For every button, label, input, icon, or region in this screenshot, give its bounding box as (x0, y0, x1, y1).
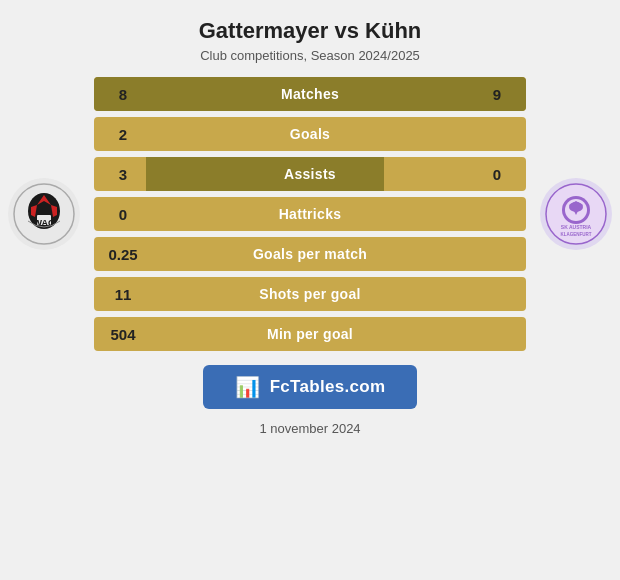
stats-column: 8Matches92Goals3Assists00Hattricks0.25Go… (88, 77, 532, 351)
stat-label-assists: Assists (146, 166, 474, 182)
stat-label-goals-per-match: Goals per match (146, 246, 474, 262)
right-team-logo: SK AUSTRIA KLAGENFURT (532, 178, 620, 250)
stat-right-assists: 0 (474, 166, 526, 183)
wac-logo-svg: WAC (13, 183, 75, 245)
stat-left-matches: 8 (94, 86, 146, 103)
date-label: 1 november 2024 (259, 421, 360, 436)
stat-row-shots-per-goal: 11Shots per goal (94, 277, 526, 311)
stat-label-min-per-goal: Min per goal (146, 326, 474, 342)
fctables-icon: 📊 (235, 375, 260, 399)
fctables-banner[interactable]: 📊 FcTables.com (203, 365, 418, 409)
stat-label-goals: Goals (146, 126, 474, 142)
wac-logo-circle: WAC (8, 178, 80, 250)
stat-left-hattricks: 0 (94, 206, 146, 223)
stat-left-min-per-goal: 504 (94, 326, 146, 343)
klagenfurt-logo-circle: SK AUSTRIA KLAGENFURT (540, 178, 612, 250)
stat-label-matches: Matches (146, 86, 474, 102)
fctables-text: FcTables.com (270, 377, 386, 397)
klagenfurt-logo-svg: SK AUSTRIA KLAGENFURT (545, 183, 607, 245)
stat-row-min-per-goal: 504Min per goal (94, 317, 526, 351)
stat-row-matches: 8Matches9 (94, 77, 526, 111)
stat-label-shots-per-goal: Shots per goal (146, 286, 474, 302)
stat-row-goals-per-match: 0.25Goals per match (94, 237, 526, 271)
page-subtitle: Club competitions, Season 2024/2025 (200, 48, 420, 63)
stat-left-assists: 3 (94, 166, 146, 183)
stat-row-goals: 2Goals (94, 117, 526, 151)
stat-left-goals-per-match: 0.25 (94, 246, 146, 263)
stat-row-hattricks: 0Hattricks (94, 197, 526, 231)
stat-label-hattricks: Hattricks (146, 206, 474, 222)
left-team-logo: WAC (0, 178, 88, 250)
stat-row-assists: 3Assists0 (94, 157, 526, 191)
stat-left-goals: 2 (94, 126, 146, 143)
stat-right-matches: 9 (474, 86, 526, 103)
svg-text:KLAGENFURT: KLAGENFURT (561, 232, 592, 237)
page-container: Gattermayer vs Kühn Club competitions, S… (0, 0, 620, 580)
page-title: Gattermayer vs Kühn (199, 18, 422, 44)
stat-left-shots-per-goal: 11 (94, 286, 146, 303)
main-row: WAC 8Matches92Goals3Assists00Hattricks0.… (0, 77, 620, 351)
svg-text:SK AUSTRIA: SK AUSTRIA (561, 224, 592, 230)
